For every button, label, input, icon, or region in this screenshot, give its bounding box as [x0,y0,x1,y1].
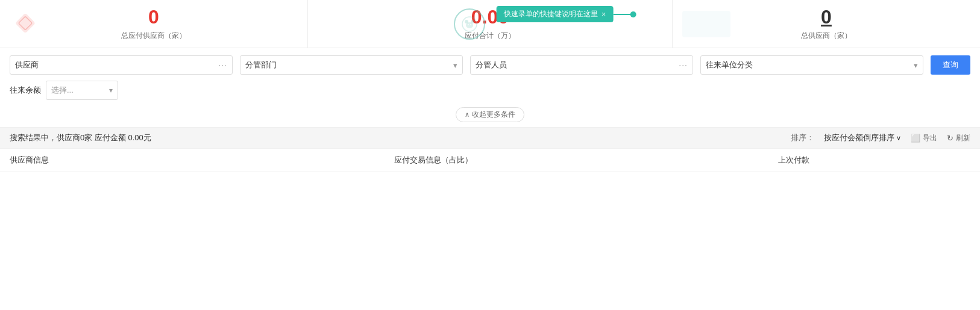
export-label: 导出 [923,133,937,143]
dept-chevron[interactable]: ▾ [453,61,457,70]
tooltip-dot [630,11,636,17]
sort-value: 按应付会额倒序排序 [824,132,894,143]
svg-point-7 [470,24,471,25]
query-button[interactable]: 查询 [931,55,970,75]
collapse-icon: ∧ [465,111,470,119]
supplier-filter-field[interactable]: 供应商 ··· [10,55,233,75]
filter-row-2: 往来余额 选择... ▾ [10,81,970,100]
table-header: 供应商信息 应付交易信息（占比） 上次付款 [0,149,980,172]
filter-row-1: 供应商 ··· 分管部门 ▾ 分管人员 ··· 往来单位分类 ▾ 查询 [10,55,970,75]
stat-value-payable-suppliers: 0 [148,7,159,28]
stat-label-payable-suppliers: 总应付供应商（家） [121,31,186,41]
ghost-card [682,11,730,37]
person-filter-field[interactable]: 分管人员 ··· [470,55,693,75]
stat-payable-total: 快速录单的快捷键说明在这里 × 0.00 应付合计（万） [308,0,673,48]
balance-chevron[interactable]: ▾ [109,86,113,95]
stats-bar: 0 总应付供应商（家） 快速录单的快捷键说明在这里 × 0.00 [0,0,980,48]
refresh-button[interactable]: ↻ 刷新 [947,133,970,143]
export-button[interactable]: ⬜ 导出 [911,133,937,143]
table-body [0,172,980,281]
col-last-payment: 上次付款 [778,155,970,166]
stat-label-total-suppliers: 总供应商（家） [801,31,852,41]
collapse-bar: ∧ 收起更多条件 [10,105,970,127]
unit-label: 往来单位分类 [706,60,753,70]
filter-area: 供应商 ··· 分管部门 ▾ 分管人员 ··· 往来单位分类 ▾ 查询 [0,48,980,128]
bear-icon [454,8,485,40]
balance-label: 往来余额 [10,85,41,96]
dept-filter-field[interactable]: 分管部门 ▾ [240,55,463,75]
sort-chevron[interactable]: ∨ [896,134,901,142]
supplier-label: 供应商 [15,60,39,70]
collapse-label: 收起更多条件 [472,110,515,120]
balance-select[interactable]: 选择... ▾ [46,81,118,100]
svg-rect-0 [15,13,36,33]
stat-total-suppliers: 0 总供应商（家） [673,0,980,48]
export-icon: ⬜ [911,134,920,143]
person-dots[interactable]: ··· [679,60,688,70]
sort-select[interactable]: 按应付会额倒序排序 ∨ [824,132,901,143]
dept-label: 分管部门 [245,60,277,70]
supplier-dots[interactable]: ··· [218,60,227,70]
refresh-icon: ↻ [947,134,953,143]
person-label: 分管人员 [476,60,507,70]
results-bar: 搜索结果中，供应商0家 应付金额 0.00元 排序： 按应付会额倒序排序 ∨ ⬜… [0,128,980,149]
results-right: 排序： 按应付会额倒序排序 ∨ ⬜ 导出 ↻ 刷新 [791,132,970,143]
col-transaction-info: 应付交易信息（占比） [394,155,779,166]
balance-placeholder: 选择... [51,85,109,96]
collapse-button[interactable]: ∧ 收起更多条件 [456,107,524,122]
tooltip-bubble: 快速录单的快捷键说明在这里 × [497,6,614,22]
refresh-label: 刷新 [956,133,970,143]
results-summary: 搜索结果中，供应商0家 应付金额 0.00元 [10,132,151,143]
tooltip-text: 快速录单的快捷键说明在这里 [504,9,598,19]
diamond-icon [12,10,39,38]
svg-point-6 [468,24,469,25]
sort-label: 排序： [791,132,814,143]
col-supplier-info: 供应商信息 [10,155,394,166]
unit-filter-field[interactable]: 往来单位分类 ▾ [700,55,923,75]
unit-chevron[interactable]: ▾ [914,61,918,70]
svg-point-5 [466,22,473,28]
stat-total-payable-suppliers: 0 总应付供应商（家） [0,0,308,48]
stat-value-total-suppliers: 0 [821,7,832,28]
tooltip-close[interactable]: × [602,10,606,19]
